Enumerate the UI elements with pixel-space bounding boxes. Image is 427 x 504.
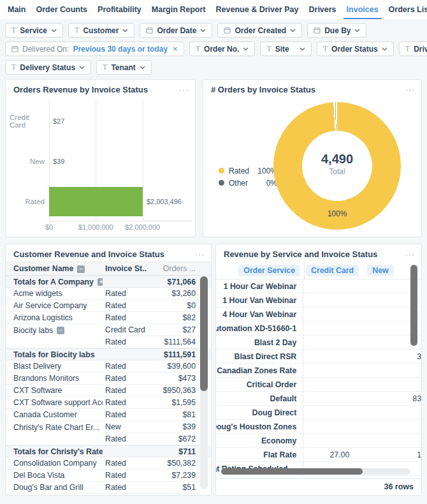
table-row-total[interactable]: Totals for Biocity labs $111,591 (6, 348, 211, 360)
tab-revenue-driver-pay[interactable]: Revenue & Driver Pay (215, 0, 300, 19)
new-cell (358, 293, 398, 308)
table-row[interactable]: Default 83 (216, 392, 421, 406)
vertical-scrollbar-thumb[interactable] (200, 276, 208, 391)
invoice-status-cell: Rated (103, 373, 147, 385)
credit-card-cell (303, 420, 358, 434)
table-row[interactable]: Del Boca Vista Rated $7,239 (6, 470, 211, 482)
table-row[interactable]: 1 Hour Car Webinar (216, 279, 421, 293)
table-row[interactable]: Doug's Houston Zones (216, 420, 421, 434)
table-row[interactable]: Consolidation Company Rated $50,382 (6, 457, 211, 470)
tab-order-counts[interactable]: Order Counts (34, 0, 89, 19)
table-row[interactable]: Biocity labs− Credit Card $27 (6, 324, 211, 336)
table-row[interactable]: Air Service Company Rated $0 (6, 300, 211, 312)
table-row[interactable]: Doug Direct (216, 406, 421, 420)
tab-margin-report[interactable]: Margin Report (150, 0, 207, 19)
bar-category-label: Rated (10, 181, 49, 221)
table-row[interactable]: Doug's Dead Bug's Rated $1,630 (6, 494, 211, 496)
close-icon[interactable]: × (173, 44, 178, 54)
cell-text: Biocity labs (13, 326, 53, 335)
table-row-total[interactable]: Totals for A Company+ $71,066 (6, 276, 211, 288)
filter-chip-order-created[interactable]: Order Created (217, 23, 302, 38)
table-row[interactable]: 1 Hour Van Webinar (216, 293, 421, 308)
service-cell: Critical Order (216, 378, 303, 392)
bar-rated[interactable]: $2,003,496 (49, 181, 189, 221)
panel-menu-icon[interactable]: ··· (179, 87, 189, 93)
filter-chip-delivered-on[interactable]: Delivered On: Previous 30 days or today … (5, 41, 184, 56)
customer-name-cell: Totals for Biocity labs (6, 348, 103, 360)
tab-orders-list[interactable]: Orders List (387, 0, 427, 19)
table-row[interactable]: Rated $672 (6, 433, 211, 445)
table-row[interactable]: Flat Rate 27.00 1 (216, 448, 421, 462)
bar-chart: Credit Card New Rated $27 $39 $2,00 (6, 97, 195, 221)
table-row-total[interactable]: Totals for Christy's Rate Chart Error Te… (6, 445, 211, 457)
new-cell (358, 434, 398, 448)
table-row[interactable]: Brandons Monitors Rated $473 (6, 373, 211, 385)
bar[interactable] (49, 187, 143, 216)
table-row[interactable]: Critical Order (216, 378, 421, 392)
panel-menu-icon[interactable]: ··· (195, 251, 205, 258)
legend-item-other[interactable]: Other 0% (219, 177, 277, 189)
filter-chip-due-by[interactable]: Due By (307, 23, 366, 38)
table-row[interactable]: Arizona Logistics Rated $82 (6, 312, 211, 324)
x-tick-label: $0 (45, 223, 53, 231)
column-header-customer-name[interactable]: Customer Name− (6, 264, 103, 273)
filter-chip-customer[interactable]: T Customer (68, 23, 134, 38)
column-header-order-service[interactable]: Order Service (238, 265, 300, 276)
customer-name-cell: Acme widgets (6, 288, 103, 300)
table-row[interactable]: Economy (216, 434, 421, 448)
collapse-icon[interactable]: − (57, 327, 64, 334)
table-row[interactable]: Blast Delivery Rated $39,600 (6, 360, 211, 373)
table-row[interactable]: Christy's Rate Chart Er...− New $39 (6, 421, 211, 433)
bar-credit-card[interactable]: $27 (49, 101, 189, 141)
table-row[interactable]: Acme widgets Rated $3,260 (6, 288, 211, 300)
filter-chip-site[interactable]: T Site (260, 41, 311, 56)
table-row[interactable]: Automation XD-51660-1 (216, 322, 421, 336)
orders-revenue-cell: $81 (147, 409, 199, 421)
collapse-all-icon[interactable]: − (77, 265, 85, 273)
table-row[interactable]: 4 Hour Van Webinar (216, 308, 421, 322)
filter-chip-driver[interactable]: T Driver (399, 41, 427, 56)
bar-value-label: $27 (53, 117, 64, 125)
filter-chip-order-no[interactable]: T Order No. (189, 41, 256, 56)
x-tick-label: $1,000,000 (78, 223, 113, 231)
customer-name-cell: Blast Delivery (6, 360, 103, 373)
vertical-scrollbar-thumb[interactable] (410, 265, 417, 346)
table-row[interactable]: CXT Software support Acc... Rated $1,595 (6, 397, 211, 409)
cell-text: Christy's Rate Chart Er... (13, 423, 99, 432)
filter-chip-tenant[interactable]: T Tenant (96, 60, 152, 75)
table-row[interactable]: Rated $111,564 (6, 336, 211, 348)
filter-chip-order-status[interactable]: T Order Status (317, 41, 394, 56)
tab-main[interactable]: Main (6, 0, 27, 19)
legend-item-rated[interactable]: Rated 100% (219, 165, 277, 177)
tab-profitability[interactable]: Profitability (96, 0, 143, 19)
orders-revenue-cell: $27 (147, 324, 199, 336)
filter-chip-order-date[interactable]: Order Date (140, 23, 212, 38)
panel-menu-icon[interactable]: ··· (405, 87, 415, 93)
table-row[interactable]: Canadian Zones Rate (216, 364, 421, 378)
table-row[interactable]: Doug's Bar and Grill Rated $51 (6, 482, 211, 494)
column-header-new[interactable]: New (367, 265, 393, 276)
bar-new[interactable]: $39 (49, 141, 189, 181)
column-header-orders[interactable]: Orders ... (147, 264, 199, 273)
table-row[interactable]: CXT Software Rated $950,363 (6, 385, 211, 397)
horizontal-scrollbar[interactable] (221, 468, 410, 475)
service-cell: Blast Direct RSR (216, 350, 303, 364)
table-row[interactable]: Blast 2 Day (216, 336, 421, 350)
orders-revenue-cell: $711 (147, 445, 199, 457)
tab-drivers[interactable]: Drivers (307, 0, 337, 19)
table-row[interactable]: Blast Direct RSR 3 (216, 350, 421, 364)
column-header-credit-card[interactable]: Credit Card (306, 265, 359, 276)
clipped-cell (398, 364, 421, 378)
filter-chip-delivery-status[interactable]: T Delivery Status (5, 60, 91, 75)
customer-name-cell: CXT Software support Acc... (6, 397, 103, 409)
panel-menu-icon[interactable]: ··· (405, 251, 415, 258)
orders-revenue-cell: $7,239 (147, 470, 199, 482)
tab-invoices[interactable]: Invoices (345, 0, 380, 19)
column-header-invoice-status[interactable]: Invoice St... (103, 264, 147, 273)
filter-chip-service[interactable]: T Service (5, 23, 63, 38)
horizontal-scrollbar-thumb[interactable] (221, 468, 363, 475)
service-cell: Automation XD-51660-1 (216, 322, 303, 336)
table-row[interactable]: Canada Customer Rated $81 (6, 409, 211, 421)
vertical-scrollbar[interactable] (200, 276, 208, 489)
expand-icon[interactable]: + (98, 278, 103, 286)
